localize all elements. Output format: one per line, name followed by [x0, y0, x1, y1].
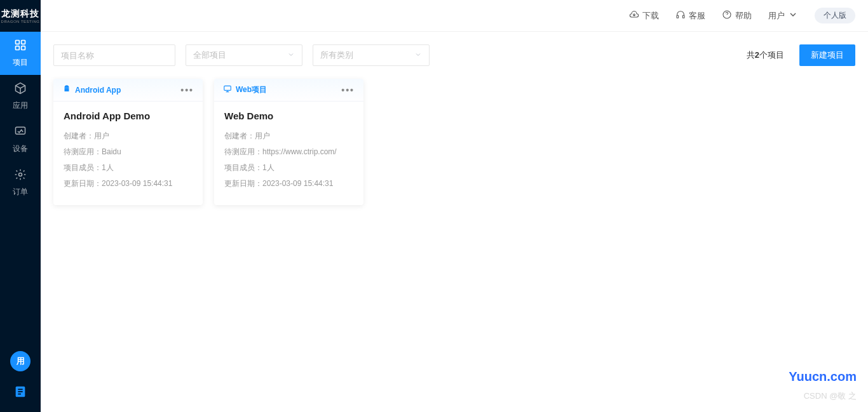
monitor-icon: [14, 125, 27, 140]
sidebar-item-label: 订单: [13, 187, 28, 197]
project-card[interactable]: Android App ••• Android App Demo 创建者：用户 …: [53, 79, 203, 205]
card-date: 更新日期：2023-03-09 15:44:31: [224, 178, 353, 189]
question-icon: [722, 10, 732, 22]
card-type: Web项目: [223, 84, 267, 95]
help-label: 帮助: [735, 10, 752, 22]
nav: 项目 应用 设备 订单: [0, 32, 41, 204]
user-menu[interactable]: 用户: [768, 10, 798, 22]
card-title: Web Demo: [224, 110, 353, 121]
card-creator: 创建者：用户: [224, 130, 353, 142]
version-badge: 个人版: [815, 8, 855, 23]
logo-main: 龙测科技: [1, 8, 39, 20]
download-label: 下载: [642, 10, 659, 22]
card-body: Android App Demo 创建者：用户 待测应用：Baidu 项目成员：…: [53, 102, 203, 205]
select-value: 所有类别: [320, 50, 353, 61]
document-icon[interactable]: [13, 384, 28, 399]
sidebar-item-label: 应用: [13, 100, 28, 111]
service-button[interactable]: 客服: [675, 10, 705, 22]
help-button[interactable]: 帮助: [722, 10, 752, 22]
card-members: 项目成员：1人: [64, 162, 193, 173]
chevron-down-icon: [414, 51, 422, 60]
svg-rect-8: [18, 391, 22, 392]
card-date: 更新日期：2023-03-09 15:44:31: [64, 178, 193, 189]
toolbar: 全部项目 所有类别 共2个项目 新建项目: [41, 32, 868, 66]
card-members: 项目成员：1人: [224, 162, 353, 173]
svg-rect-14: [224, 86, 231, 90]
chevron-down-icon: [287, 51, 295, 60]
grid-icon: [14, 39, 27, 53]
card-header: Android App •••: [53, 79, 203, 102]
project-count: 共2个项目: [747, 50, 784, 61]
watermark: CSDN @敬 之: [804, 390, 857, 402]
new-project-button[interactable]: 新建项目: [799, 44, 855, 66]
svg-rect-0: [16, 41, 20, 44]
chevron-down-icon: [788, 10, 798, 22]
svg-rect-11: [682, 15, 684, 18]
sidebar-item-order[interactable]: 订单: [0, 161, 41, 204]
sidebar-item-app[interactable]: 应用: [0, 75, 41, 118]
sidebar-item-label: 设备: [13, 143, 28, 154]
service-label: 客服: [689, 10, 705, 22]
sidebar: 龙测科技 DRAGON TESTING 项目 应用 设备: [0, 0, 41, 412]
main: 下载 客服 帮助 用户 个人版: [41, 0, 868, 412]
user-label: 用户: [768, 10, 785, 22]
card-app: 待测应用：https://www.ctrip.com/: [224, 146, 353, 157]
cloud-download-icon: [629, 10, 639, 22]
sidebar-item-project[interactable]: 项目: [0, 32, 41, 75]
cards: Android App ••• Android App Demo 创建者：用户 …: [41, 66, 868, 218]
download-button[interactable]: 下载: [629, 10, 659, 22]
android-icon: [62, 84, 71, 95]
sidebar-item-device[interactable]: 设备: [0, 118, 41, 161]
project-card[interactable]: Web项目 ••• Web Demo 创建者：用户 待测应用：https://w…: [214, 79, 363, 205]
card-type-label: Android App: [75, 86, 121, 95]
svg-rect-1: [22, 41, 25, 44]
card-type: Android App: [62, 84, 121, 95]
monitor-icon: [223, 84, 232, 95]
card-app: 待测应用：Baidu: [64, 146, 193, 157]
card-more-icon[interactable]: •••: [341, 85, 355, 95]
project-filter-select[interactable]: 全部项目: [186, 44, 302, 66]
card-creator: 创建者：用户: [64, 130, 193, 142]
gear-icon: [14, 168, 27, 183]
svg-rect-13: [65, 88, 69, 91]
svg-rect-7: [18, 389, 22, 390]
card-type-label: Web项目: [236, 84, 267, 95]
logo: 龙测科技 DRAGON TESTING: [0, 0, 41, 32]
sidebar-item-label: 项目: [13, 57, 28, 68]
svg-point-5: [19, 173, 22, 176]
svg-rect-9: [18, 394, 21, 395]
cube-icon: [14, 82, 27, 96]
card-title: Android App Demo: [64, 110, 193, 121]
svg-rect-10: [677, 15, 679, 18]
header: 下载 客服 帮助 用户 个人版: [41, 0, 868, 32]
sidebar-bottom: 用: [0, 351, 41, 412]
category-filter-select[interactable]: 所有类别: [313, 44, 430, 66]
card-more-icon[interactable]: •••: [180, 85, 194, 95]
watermark: Yuucn.com: [789, 369, 857, 384]
card-body: Web Demo 创建者：用户 待测应用：https://www.ctrip.c…: [214, 102, 363, 205]
search-input[interactable]: [53, 44, 175, 66]
card-header: Web项目 •••: [214, 79, 363, 102]
svg-rect-2: [16, 46, 20, 50]
logo-sub: DRAGON TESTING: [1, 20, 40, 23]
select-value: 全部项目: [193, 50, 226, 61]
avatar[interactable]: 用: [10, 351, 31, 371]
svg-rect-3: [22, 46, 25, 50]
headphone-icon: [675, 10, 686, 22]
